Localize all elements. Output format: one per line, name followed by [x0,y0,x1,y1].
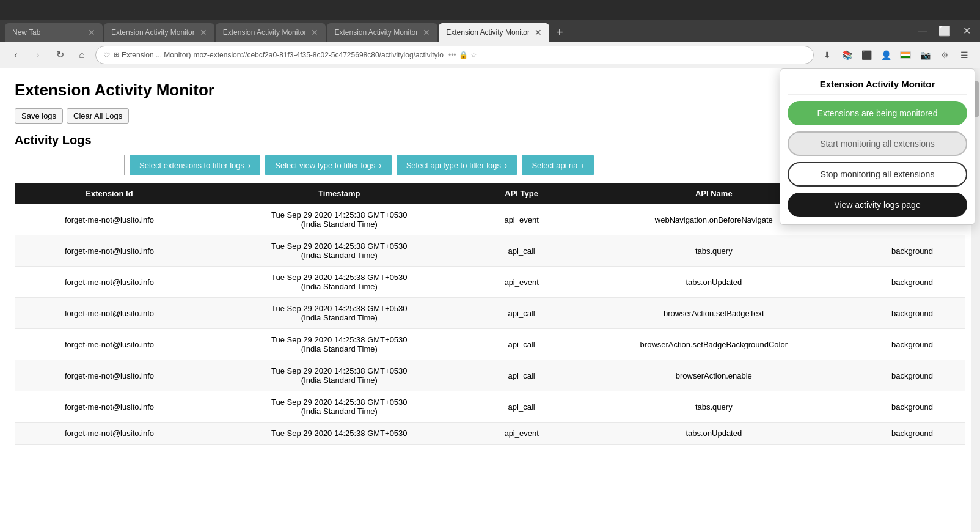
tab-close-icon[interactable]: ✕ [88,28,95,37]
table-cell: api_call [475,360,569,391]
table-cell: forget-me-not@lusito.info [15,235,204,267]
tab-close-icon[interactable]: ✕ [423,28,430,37]
table-cell: api_call [475,329,569,360]
table-cell: Tue Sep 29 2020 14:25:38 GMT+0530 (India… [204,329,475,360]
restore-button[interactable]: ⬜ [936,22,953,39]
refresh-button[interactable]: ↻ [51,46,68,64]
table-cell: forget-me-not@lusito.info [15,391,204,423]
tab-eam-2[interactable]: Extension Activity Monitor ✕ [216,23,326,42]
table-cell: browserAction.setBadgeText [569,298,860,329]
chevron-right-icon: › [248,161,250,170]
table-cell: api_call [475,235,569,267]
table-cell: forget-me-not@lusito.info [15,204,204,235]
col-timestamp: Timestamp [204,183,475,204]
filter-view-label: Select view type to filter logs [275,161,375,170]
download-icon[interactable]: ⬇ [819,46,836,64]
home-button[interactable]: ⌂ [73,46,90,64]
filter-api-name-button[interactable]: Select api na › [522,155,594,175]
table-row: forget-me-not@lusito.infoTue Sep 29 2020… [15,360,965,391]
table-cell: api_event [475,204,569,235]
table-row: forget-me-not@lusito.infoTue Sep 29 2020… [15,423,965,445]
tab-label: Extension Activity Monitor [223,28,307,37]
table-cell: Tue Sep 29 2020 14:25:38 GMT+0530 (India… [204,298,475,329]
tab-close-icon[interactable]: ✕ [200,28,207,37]
tabs-bar: New Tab ✕ Extension Activity Monitor ✕ E… [0,20,980,42]
tab-label: Extension Activity Monitor [334,28,418,37]
start-monitoring-button[interactable]: Start monitoring all extensions [788,131,967,156]
address-full: moz-extension://cebcf2a0-81f3-4f35-8c02-… [193,51,444,59]
filter-api-name-label: Select api na [532,161,577,170]
table-cell: api_event [475,267,569,298]
tab-label: New Tab [12,28,40,37]
tab-close-icon[interactable]: ✕ [311,28,318,37]
table-cell: api_call [475,298,569,329]
table-cell: Tue Sep 29 2020 14:25:38 GMT+0530 (India… [204,360,475,391]
chevron-right-icon: › [582,161,584,170]
save-logs-button[interactable]: Save logs [15,108,63,124]
table-cell: Tue Sep 29 2020 14:25:38 GMT+0530 (India… [204,391,475,423]
screenshot-icon[interactable]: 📷 [916,46,934,64]
table-row: forget-me-not@lusito.infoTue Sep 29 2020… [15,298,965,329]
extension-popup: Extension Activity Monitor Extensions ar… [780,68,975,225]
page-content: Extension Activity Monitor Save logs Cle… [0,68,980,532]
tab-close-icon[interactable]: ✕ [535,28,542,37]
filter-extensions-button[interactable]: Select extensions to filter logs › [130,155,260,175]
forward-button[interactable]: › [29,46,46,64]
close-window-button[interactable]: ✕ [958,22,975,39]
filter-api-type-button[interactable]: Select api type to filter logs › [397,155,517,175]
chevron-right-icon: › [505,161,507,170]
address-input[interactable]: 🛡 ⊞ Extension ... Monitor) moz-extension… [95,46,814,64]
table-cell: browserAction.setBadgeBackgroundColor [569,329,860,360]
table-row: forget-me-not@lusito.infoTue Sep 29 2020… [15,329,965,360]
account-icon[interactable]: 👤 [877,46,894,64]
browser-titlebar [0,0,980,20]
stop-monitoring-button[interactable]: Stop monitoring all extensions [788,162,967,187]
table-cell: background [859,423,965,445]
filter-extensions-label: Select extensions to filter logs [139,161,244,170]
table-cell: Tue Sep 29 2020 14:25:38 GMT+0530 [204,423,475,445]
settings-icon[interactable]: ⚙ [936,46,953,64]
table-cell: Tue Sep 29 2020 14:25:38 GMT+0530 (India… [204,204,475,235]
table-cell: forget-me-not@lusito.info [15,267,204,298]
table-cell: tabs.onUpdated [569,267,860,298]
search-input[interactable] [15,155,125,175]
filter-api-label: Select api type to filter logs [406,161,501,170]
address-short: Extension ... Monitor) [122,51,191,59]
tab-new-tab[interactable]: New Tab ✕ [5,23,103,42]
view-logs-button[interactable]: View activity logs page [788,193,967,217]
popup-title: Extension Activity Monitor [788,76,967,95]
bookmarks-icon[interactable]: 📚 [838,46,855,64]
col-extension-id: Extension Id [15,183,204,204]
table-cell: background [859,267,965,298]
table-cell: tabs.onUpdated [569,423,860,445]
table-cell: forget-me-not@lusito.info [15,423,204,445]
table-cell: tabs.query [569,391,860,423]
table-cell: background [859,391,965,423]
table-cell: forget-me-not@lusito.info [15,360,204,391]
table-cell: api_event [475,423,569,445]
address-bar: ‹ › ↻ ⌂ 🛡 ⊞ Extension ... Monitor) moz-e… [0,42,980,68]
col-api-type: API Type [475,183,569,204]
table-cell: Tue Sep 29 2020 14:25:38 GMT+0530 (India… [204,267,475,298]
monitoring-status-button[interactable]: Extensions are being monitored [788,101,967,125]
tab-eam-3[interactable]: Extension Activity Monitor ✕ [327,23,437,42]
tab-label: Extension Activity Monitor [446,28,530,37]
new-tab-button[interactable]: + [550,23,569,42]
table-cell: forget-me-not@lusito.info [15,298,204,329]
minimize-button[interactable]: — [914,22,931,39]
synced-tabs-icon[interactable]: ⬛ [858,46,875,64]
tab-label: Extension Activity Monitor [111,28,195,37]
table-cell: browserAction.enable [569,360,860,391]
back-button[interactable]: ‹ [7,46,24,64]
table-cell: api_call [475,391,569,423]
table-cell: background [859,235,965,267]
tab-eam-4-active[interactable]: Extension Activity Monitor ✕ [439,23,549,42]
filter-view-type-button[interactable]: Select view type to filter logs › [265,155,391,175]
toolbar-icons: ⬇ 📚 ⬛ 👤 📷 ⚙ ☰ [819,46,973,64]
table-row: forget-me-not@lusito.infoTue Sep 29 2020… [15,391,965,423]
clear-logs-button[interactable]: Clear All Logs [67,108,129,124]
menu-icon[interactable]: ☰ [956,46,973,64]
tab-eam-1[interactable]: Extension Activity Monitor ✕ [104,23,214,42]
table-cell: background [859,329,965,360]
table-cell: tabs.query [569,235,860,267]
